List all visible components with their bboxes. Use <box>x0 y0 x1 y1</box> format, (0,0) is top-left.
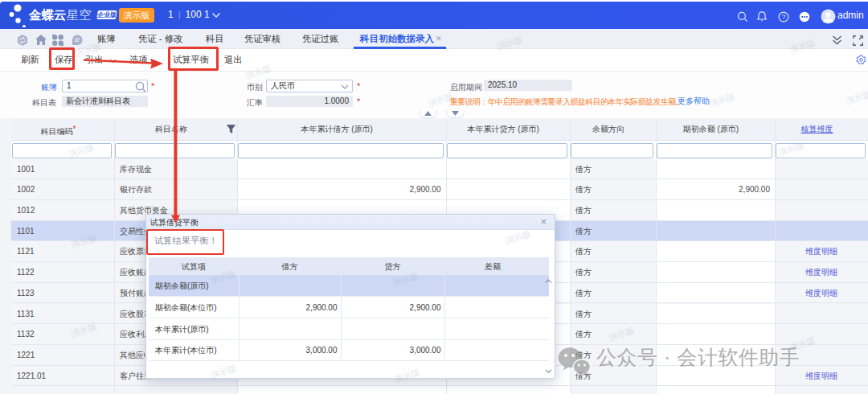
svg-text:?: ? <box>782 14 786 21</box>
